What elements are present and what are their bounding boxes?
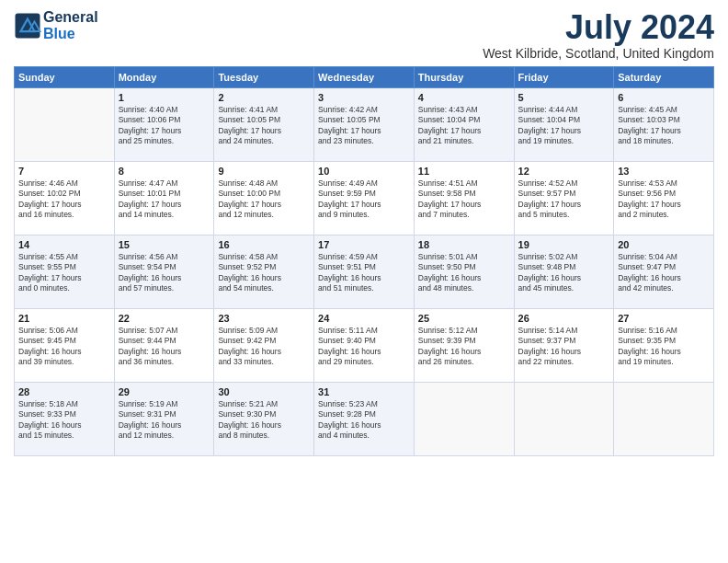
weekday-header-saturday: Saturday: [614, 66, 714, 87]
day-number: 8: [119, 166, 210, 177]
day-info: Sunrise: 4:55 AM Sunset: 9:55 PM Dayligh…: [18, 252, 110, 294]
calendar-cell: 15Sunrise: 4:56 AM Sunset: 9:54 PM Dayli…: [114, 235, 214, 308]
day-info: Sunrise: 4:56 AM Sunset: 9:54 PM Dayligh…: [119, 252, 210, 294]
calendar-cell: 30Sunrise: 5:21 AM Sunset: 9:30 PM Dayli…: [214, 382, 314, 455]
day-number: 26: [518, 313, 610, 324]
calendar-table: SundayMondayTuesdayWednesdayThursdayFrid…: [14, 66, 714, 456]
calendar-cell: 21Sunrise: 5:06 AM Sunset: 9:45 PM Dayli…: [15, 308, 115, 382]
calendar-cell: 26Sunrise: 5:14 AM Sunset: 9:37 PM Dayli…: [514, 308, 614, 382]
calendar-cell: 16Sunrise: 4:58 AM Sunset: 9:52 PM Dayli…: [214, 235, 314, 308]
day-info: Sunrise: 5:23 AM Sunset: 9:28 PM Dayligh…: [318, 399, 410, 442]
weekday-header-sunday: Sunday: [15, 66, 115, 87]
day-number: 19: [518, 239, 610, 250]
day-number: 6: [618, 92, 710, 103]
calendar-week-4: 21Sunrise: 5:06 AM Sunset: 9:45 PM Dayli…: [15, 308, 714, 382]
logo-icon: [14, 12, 41, 40]
calendar-week-2: 7Sunrise: 4:46 AM Sunset: 10:02 PM Dayli…: [15, 161, 714, 235]
calendar-cell: 29Sunrise: 5:19 AM Sunset: 9:31 PM Dayli…: [114, 382, 214, 455]
calendar-cell: 6Sunrise: 4:45 AM Sunset: 10:03 PM Dayli…: [614, 87, 714, 161]
calendar-cell: 10Sunrise: 4:49 AM Sunset: 9:59 PM Dayli…: [314, 161, 415, 235]
day-info: Sunrise: 5:06 AM Sunset: 9:45 PM Dayligh…: [18, 326, 110, 368]
calendar-header: SundayMondayTuesdayWednesdayThursdayFrid…: [15, 66, 714, 87]
day-info: Sunrise: 4:58 AM Sunset: 9:52 PM Dayligh…: [218, 252, 310, 294]
day-number: 27: [618, 313, 710, 324]
calendar-week-5: 28Sunrise: 5:18 AM Sunset: 9:33 PM Dayli…: [15, 382, 714, 455]
day-number: 31: [318, 386, 410, 397]
header: General Blue July 2024 West Kilbride, Sc…: [14, 9, 714, 61]
calendar-cell: 9Sunrise: 4:48 AM Sunset: 10:00 PM Dayli…: [214, 161, 314, 235]
calendar-cell: 13Sunrise: 4:53 AM Sunset: 9:56 PM Dayli…: [614, 161, 714, 235]
day-number: 22: [119, 313, 210, 324]
day-info: Sunrise: 5:07 AM Sunset: 9:44 PM Dayligh…: [119, 326, 210, 368]
calendar-cell: 2Sunrise: 4:41 AM Sunset: 10:05 PM Dayli…: [214, 87, 314, 161]
day-info: Sunrise: 4:48 AM Sunset: 10:00 PM Daylig…: [218, 178, 310, 221]
calendar-week-1: 1Sunrise: 4:40 AM Sunset: 10:06 PM Dayli…: [15, 87, 714, 161]
day-number: 28: [18, 386, 110, 397]
weekday-header-wednesday: Wednesday: [314, 66, 415, 87]
logo: General Blue: [14, 9, 98, 41]
day-info: Sunrise: 5:11 AM Sunset: 9:40 PM Dayligh…: [318, 326, 410, 368]
day-number: 13: [618, 166, 710, 177]
day-number: 5: [518, 92, 610, 103]
day-info: Sunrise: 4:47 AM Sunset: 10:01 PM Daylig…: [119, 178, 210, 221]
day-info: Sunrise: 4:45 AM Sunset: 10:03 PM Daylig…: [618, 105, 710, 147]
day-info: Sunrise: 4:51 AM Sunset: 9:58 PM Dayligh…: [418, 178, 510, 221]
day-number: 20: [618, 239, 710, 250]
day-number: 21: [18, 313, 110, 324]
calendar-cell: [414, 382, 514, 455]
calendar-cell: 31Sunrise: 5:23 AM Sunset: 9:28 PM Dayli…: [314, 382, 415, 455]
day-info: Sunrise: 5:12 AM Sunset: 9:39 PM Dayligh…: [418, 326, 510, 368]
day-number: 10: [318, 166, 410, 177]
calendar-cell: [514, 382, 614, 455]
calendar-cell: [15, 87, 115, 161]
day-number: 29: [119, 386, 210, 397]
day-info: Sunrise: 5:16 AM Sunset: 9:35 PM Dayligh…: [618, 326, 710, 368]
day-info: Sunrise: 4:53 AM Sunset: 9:56 PM Dayligh…: [618, 178, 710, 221]
calendar-cell: 27Sunrise: 5:16 AM Sunset: 9:35 PM Dayli…: [614, 308, 714, 382]
calendar-cell: 19Sunrise: 5:02 AM Sunset: 9:48 PM Dayli…: [514, 235, 614, 308]
day-info: Sunrise: 5:19 AM Sunset: 9:31 PM Dayligh…: [119, 399, 210, 442]
calendar-cell: 7Sunrise: 4:46 AM Sunset: 10:02 PM Dayli…: [15, 161, 115, 235]
day-info: Sunrise: 5:18 AM Sunset: 9:33 PM Dayligh…: [18, 399, 110, 442]
calendar-cell: 20Sunrise: 5:04 AM Sunset: 9:47 PM Dayli…: [614, 235, 714, 308]
calendar-cell: 17Sunrise: 4:59 AM Sunset: 9:51 PM Dayli…: [314, 235, 415, 308]
calendar-cell: 23Sunrise: 5:09 AM Sunset: 9:42 PM Dayli…: [214, 308, 314, 382]
day-number: 11: [418, 166, 510, 177]
page: General Blue July 2024 West Kilbride, Sc…: [0, 0, 728, 563]
month-title: July 2024: [483, 9, 714, 46]
calendar-cell: 14Sunrise: 4:55 AM Sunset: 9:55 PM Dayli…: [15, 235, 115, 308]
day-number: 7: [18, 166, 110, 177]
day-info: Sunrise: 4:42 AM Sunset: 10:05 PM Daylig…: [318, 105, 410, 147]
calendar-cell: 25Sunrise: 5:12 AM Sunset: 9:39 PM Dayli…: [414, 308, 514, 382]
day-info: Sunrise: 5:04 AM Sunset: 9:47 PM Dayligh…: [618, 252, 710, 294]
calendar-cell: 1Sunrise: 4:40 AM Sunset: 10:06 PM Dayli…: [114, 87, 214, 161]
day-number: 17: [318, 239, 410, 250]
calendar-cell: 28Sunrise: 5:18 AM Sunset: 9:33 PM Dayli…: [15, 382, 115, 455]
title-block: July 2024 West Kilbride, Scotland, Unite…: [483, 9, 714, 61]
day-number: 9: [218, 166, 310, 177]
day-info: Sunrise: 5:21 AM Sunset: 9:30 PM Dayligh…: [218, 399, 310, 442]
calendar-cell: 4Sunrise: 4:43 AM Sunset: 10:04 PM Dayli…: [414, 87, 514, 161]
day-info: Sunrise: 4:46 AM Sunset: 10:02 PM Daylig…: [18, 178, 110, 221]
weekday-header-friday: Friday: [514, 66, 614, 87]
calendar-cell: 24Sunrise: 5:11 AM Sunset: 9:40 PM Dayli…: [314, 308, 415, 382]
day-number: 24: [318, 313, 410, 324]
weekday-header-row: SundayMondayTuesdayWednesdayThursdayFrid…: [15, 66, 714, 87]
day-info: Sunrise: 5:02 AM Sunset: 9:48 PM Dayligh…: [518, 252, 610, 294]
calendar-week-3: 14Sunrise: 4:55 AM Sunset: 9:55 PM Dayli…: [15, 235, 714, 308]
calendar-cell: 5Sunrise: 4:44 AM Sunset: 10:04 PM Dayli…: [514, 87, 614, 161]
day-info: Sunrise: 4:41 AM Sunset: 10:05 PM Daylig…: [218, 105, 310, 147]
day-number: 30: [218, 386, 310, 397]
day-info: Sunrise: 4:43 AM Sunset: 10:04 PM Daylig…: [418, 105, 510, 147]
calendar-cell: 11Sunrise: 4:51 AM Sunset: 9:58 PM Dayli…: [414, 161, 514, 235]
day-info: Sunrise: 4:44 AM Sunset: 10:04 PM Daylig…: [518, 105, 610, 147]
day-number: 23: [218, 313, 310, 324]
calendar-cell: 22Sunrise: 5:07 AM Sunset: 9:44 PM Dayli…: [114, 308, 214, 382]
weekday-header-thursday: Thursday: [414, 66, 514, 87]
day-info: Sunrise: 5:01 AM Sunset: 9:50 PM Dayligh…: [418, 252, 510, 294]
calendar-cell: 18Sunrise: 5:01 AM Sunset: 9:50 PM Dayli…: [414, 235, 514, 308]
day-number: 18: [418, 239, 510, 250]
day-number: 2: [218, 92, 310, 103]
day-info: Sunrise: 5:09 AM Sunset: 9:42 PM Dayligh…: [218, 326, 310, 368]
location-title: West Kilbride, Scotland, United Kingdom: [483, 46, 714, 61]
